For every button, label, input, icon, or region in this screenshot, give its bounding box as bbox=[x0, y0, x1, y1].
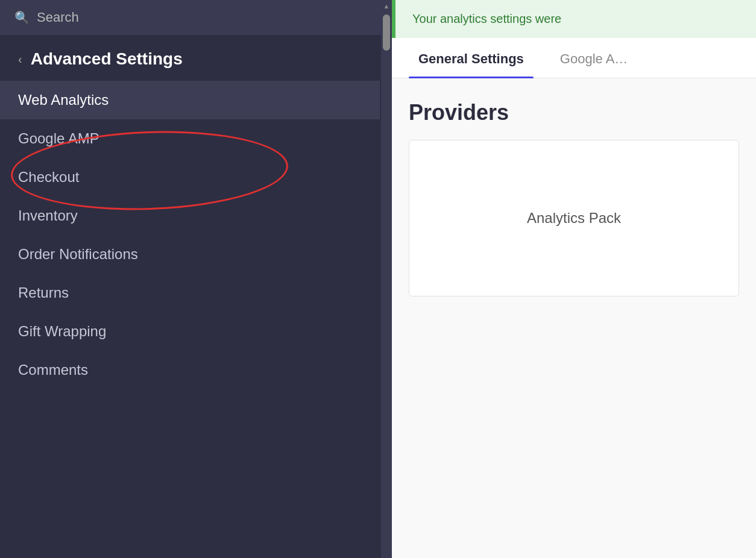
sidebar-item-gift-wrapping[interactable]: Gift Wrapping bbox=[0, 312, 380, 351]
sidebar-nav-content: ‹ Advanced Settings Web Analytics Google… bbox=[0, 35, 392, 558]
tab-google-analytics[interactable]: Google A… bbox=[550, 38, 638, 78]
sidebar-item-comments[interactable]: Comments bbox=[0, 351, 380, 389]
sidebar-nav: ‹ Advanced Settings Web Analytics Google… bbox=[0, 35, 392, 401]
success-message: Your analytics settings were bbox=[412, 12, 561, 25]
sidebar-item-order-notifications[interactable]: Order Notifications bbox=[0, 235, 380, 274]
search-label[interactable]: Search bbox=[37, 10, 79, 25]
success-banner: Your analytics settings were bbox=[392, 0, 756, 38]
sidebar-item-web-analytics[interactable]: Web Analytics bbox=[0, 81, 380, 119]
sidebar: 🔍 Search ▲ ‹ Advanced Settings Web Analy… bbox=[0, 0, 392, 558]
advanced-settings-title: Advanced Settings bbox=[31, 49, 183, 69]
sidebar-item-google-amp[interactable]: Google AMP bbox=[0, 119, 380, 158]
tab-general-settings[interactable]: General Settings bbox=[409, 38, 534, 78]
tabs-bar: General Settings Google A… bbox=[392, 38, 756, 78]
search-bar: 🔍 Search bbox=[0, 0, 392, 35]
analytics-pack-label: Analytics Pack bbox=[527, 210, 621, 227]
scroll-up-arrow[interactable]: ▲ bbox=[381, 0, 392, 12]
section-header: ‹ Advanced Settings bbox=[0, 35, 380, 81]
back-arrow-icon[interactable]: ‹ bbox=[18, 52, 22, 66]
sidebar-item-checkout[interactable]: Checkout bbox=[0, 158, 380, 196]
providers-heading: Providers bbox=[409, 100, 739, 125]
main-panel: Your analytics settings were General Set… bbox=[392, 0, 756, 558]
main-content: Providers Analytics Pack bbox=[392, 78, 756, 558]
sidebar-item-inventory[interactable]: Inventory bbox=[0, 196, 380, 235]
sidebar-item-returns[interactable]: Returns bbox=[0, 274, 380, 312]
providers-card: Analytics Pack bbox=[409, 140, 739, 296]
search-icon: 🔍 bbox=[14, 10, 30, 25]
